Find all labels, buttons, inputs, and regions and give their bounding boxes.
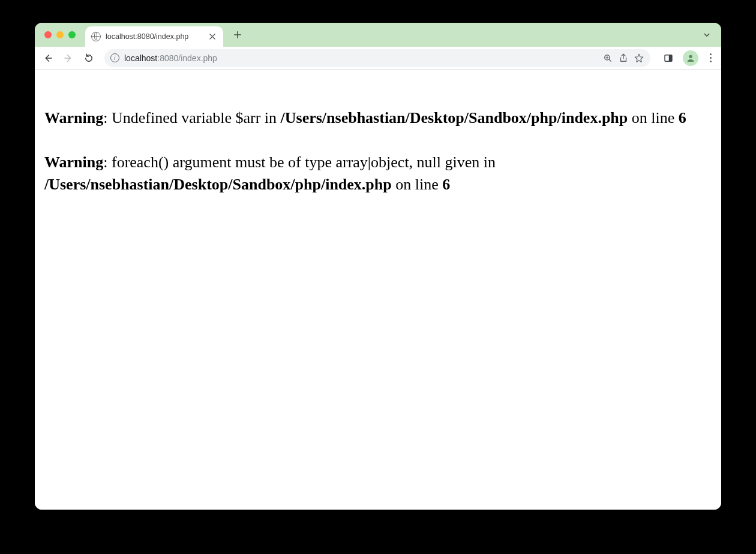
zoom-icon	[602, 53, 613, 64]
warning-line: 6	[442, 176, 450, 193]
minimize-window-button[interactable]	[56, 31, 64, 38]
warning-message: : foreach() argument must be of type arr…	[103, 153, 496, 171]
plus-icon	[232, 29, 243, 40]
warning-path: /Users/nsebhastian/Desktop/Sandbox/php/i…	[44, 176, 392, 193]
chevron-down-icon	[701, 29, 712, 40]
url-host: localhost	[124, 53, 157, 63]
menu-button[interactable]	[704, 53, 716, 62]
dot-icon	[710, 57, 712, 59]
close-icon	[208, 31, 217, 42]
tab-title: localhost:8080/index.php	[106, 32, 203, 41]
close-window-button[interactable]	[44, 31, 52, 38]
browser-tab[interactable]: localhost:8080/index.php	[85, 26, 223, 47]
on-line-text: on line	[628, 109, 679, 127]
tab-search-button[interactable]	[701, 29, 713, 41]
toolbar: i localhost:8080/index.php	[35, 47, 721, 70]
page-content: Warning: Undefined variable $arr in /Use…	[35, 70, 721, 510]
reload-icon	[83, 53, 94, 64]
tab-strip: localhost:8080/index.php	[35, 23, 721, 47]
svg-rect-2	[669, 55, 672, 61]
back-button[interactable]	[40, 50, 56, 67]
php-warning: Warning: Undefined variable $arr in /Use…	[44, 107, 712, 130]
dot-icon	[710, 53, 712, 55]
dot-icon	[710, 61, 712, 62]
person-icon	[686, 53, 695, 63]
window-controls	[44, 31, 76, 38]
forward-button[interactable]	[60, 50, 77, 67]
new-tab-button[interactable]	[229, 26, 246, 43]
url-text: localhost:8080/index.php	[124, 53, 598, 63]
reload-button[interactable]	[80, 50, 97, 67]
star-icon	[634, 53, 644, 64]
maximize-window-button[interactable]	[68, 31, 76, 38]
address-bar[interactable]: i localhost:8080/index.php	[104, 49, 650, 67]
share-icon	[618, 53, 629, 64]
url-path: :8080/index.php	[157, 53, 217, 63]
warning-path: /Users/nsebhastian/Desktop/Sandbox/php/i…	[281, 109, 628, 127]
browser-window: localhost:8080/index.php i localhost:808…	[35, 23, 721, 510]
panel-icon	[663, 53, 674, 64]
warning-line: 6	[679, 109, 686, 127]
site-info-icon[interactable]: i	[110, 53, 119, 62]
zoom-button[interactable]	[602, 53, 613, 64]
globe-icon	[91, 32, 101, 41]
side-panel-button[interactable]	[660, 50, 677, 67]
bookmark-button[interactable]	[634, 53, 644, 64]
warning-label: Warning	[44, 153, 103, 171]
share-button[interactable]	[618, 53, 629, 64]
arrow-left-icon	[43, 53, 53, 64]
close-tab-button[interactable]	[208, 32, 217, 41]
warning-message: : Undefined variable $arr in	[103, 109, 280, 127]
profile-button[interactable]	[683, 50, 698, 66]
arrow-right-icon	[63, 53, 74, 64]
on-line-text: on line	[392, 176, 443, 193]
php-warning: Warning: foreach() argument must be of t…	[44, 151, 712, 196]
warning-label: Warning	[44, 109, 103, 127]
toolbar-right	[660, 50, 716, 67]
svg-point-3	[689, 55, 692, 58]
